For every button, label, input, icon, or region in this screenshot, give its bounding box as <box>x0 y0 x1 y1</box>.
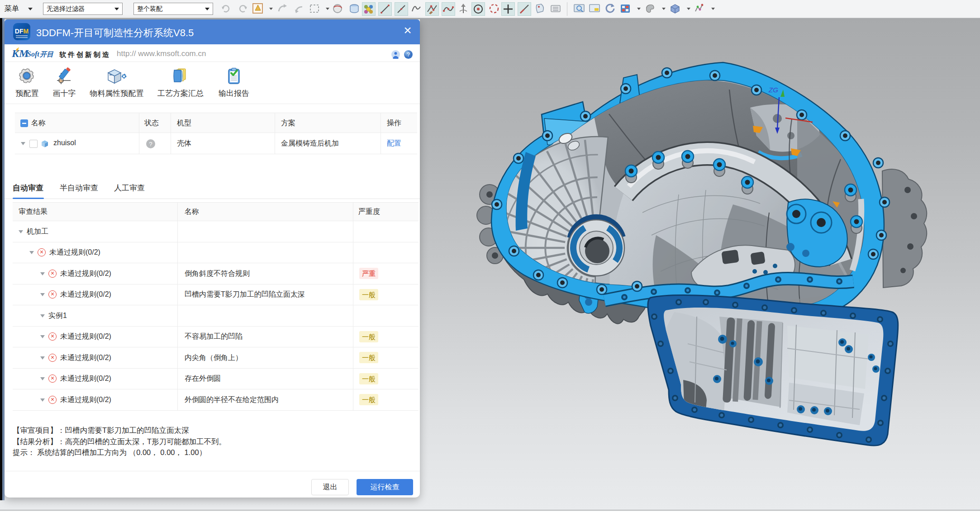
svg-text:开目: 开目 <box>39 50 54 58</box>
svg-text:?: ? <box>149 141 152 147</box>
svg-text:ZG: ZG <box>768 86 778 94</box>
svg-text:?: ? <box>407 52 410 58</box>
svg-text:Soft: Soft <box>27 50 39 58</box>
